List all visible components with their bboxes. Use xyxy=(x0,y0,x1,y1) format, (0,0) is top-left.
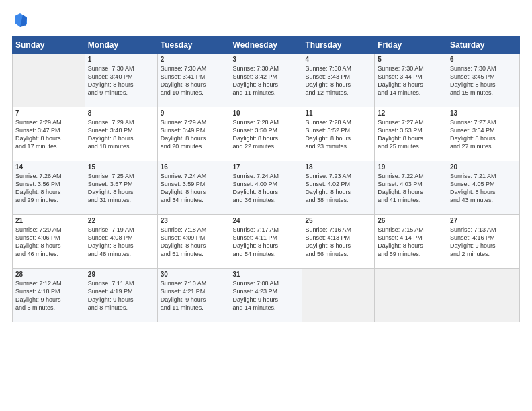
logo-icon xyxy=(13,12,28,27)
day-info: Sunrise: 7:23 AM Sunset: 4:02 PM Dayligh… xyxy=(305,172,371,205)
calendar-cell: 12Sunrise: 7:27 AM Sunset: 3:53 PM Dayli… xyxy=(375,107,447,161)
header-row: SundayMondayTuesdayWednesdayThursdayFrid… xyxy=(13,37,520,54)
calendar-cell xyxy=(302,269,375,322)
day-number: 21 xyxy=(15,217,82,224)
calendar-cell: 21Sunrise: 7:20 AM Sunset: 4:06 PM Dayli… xyxy=(13,215,85,269)
week-row-2: 7Sunrise: 7:29 AM Sunset: 3:47 PM Daylig… xyxy=(13,107,520,161)
calendar-cell: 18Sunrise: 7:23 AM Sunset: 4:02 PM Dayli… xyxy=(302,161,375,215)
calendar-cell: 11Sunrise: 7:28 AM Sunset: 3:52 PM Dayli… xyxy=(302,107,375,161)
day-info: Sunrise: 7:27 AM Sunset: 3:54 PM Dayligh… xyxy=(450,118,517,151)
day-info: Sunrise: 7:24 AM Sunset: 4:00 PM Dayligh… xyxy=(233,172,300,205)
day-info: Sunrise: 7:08 AM Sunset: 4:23 PM Dayligh… xyxy=(233,279,300,312)
day-number: 24 xyxy=(233,217,300,224)
day-number: 8 xyxy=(88,109,154,117)
day-info: Sunrise: 7:29 AM Sunset: 3:47 PM Dayligh… xyxy=(15,118,82,151)
calendar-cell: 16Sunrise: 7:24 AM Sunset: 3:59 PM Dayli… xyxy=(157,161,230,215)
day-number: 7 xyxy=(15,109,82,117)
day-number: 17 xyxy=(233,163,300,171)
day-info: Sunrise: 7:27 AM Sunset: 3:53 PM Dayligh… xyxy=(378,118,444,151)
week-row-5: 28Sunrise: 7:12 AM Sunset: 4:18 PM Dayli… xyxy=(13,269,520,322)
week-row-3: 14Sunrise: 7:26 AM Sunset: 3:56 PM Dayli… xyxy=(13,161,520,215)
week-row-4: 21Sunrise: 7:20 AM Sunset: 4:06 PM Dayli… xyxy=(13,215,520,269)
col-header-saturday: Saturday xyxy=(447,37,520,54)
calendar-cell: 25Sunrise: 7:16 AM Sunset: 4:13 PM Dayli… xyxy=(302,215,375,269)
col-header-monday: Monday xyxy=(85,37,157,54)
day-number: 10 xyxy=(233,109,300,117)
day-info: Sunrise: 7:28 AM Sunset: 3:50 PM Dayligh… xyxy=(233,118,300,151)
calendar-cell: 9Sunrise: 7:29 AM Sunset: 3:49 PM Daylig… xyxy=(157,107,230,161)
day-number: 18 xyxy=(305,163,371,171)
day-number: 6 xyxy=(450,56,517,63)
day-number: 28 xyxy=(15,271,82,278)
calendar-cell xyxy=(375,269,447,322)
day-info: Sunrise: 7:11 AM Sunset: 4:19 PM Dayligh… xyxy=(88,279,154,312)
day-info: Sunrise: 7:24 AM Sunset: 3:59 PM Dayligh… xyxy=(161,172,227,205)
calendar-cell: 15Sunrise: 7:25 AM Sunset: 3:57 PM Dayli… xyxy=(85,161,157,215)
day-number: 30 xyxy=(161,271,227,278)
day-number: 20 xyxy=(450,163,517,171)
day-number: 16 xyxy=(161,163,227,171)
day-info: Sunrise: 7:29 AM Sunset: 3:49 PM Dayligh… xyxy=(161,118,227,151)
calendar-cell: 13Sunrise: 7:27 AM Sunset: 3:54 PM Dayli… xyxy=(447,107,520,161)
calendar-cell: 2Sunrise: 7:30 AM Sunset: 3:41 PM Daylig… xyxy=(157,54,230,107)
day-info: Sunrise: 7:29 AM Sunset: 3:48 PM Dayligh… xyxy=(88,118,154,151)
day-info: Sunrise: 7:15 AM Sunset: 4:14 PM Dayligh… xyxy=(378,226,444,259)
day-info: Sunrise: 7:13 AM Sunset: 4:16 PM Dayligh… xyxy=(450,226,517,259)
calendar-cell: 23Sunrise: 7:18 AM Sunset: 4:09 PM Dayli… xyxy=(157,215,230,269)
col-header-tuesday: Tuesday xyxy=(157,37,230,54)
col-header-thursday: Thursday xyxy=(302,37,375,54)
day-number: 25 xyxy=(305,217,371,224)
calendar-cell xyxy=(447,269,520,322)
calendar-cell: 6Sunrise: 7:30 AM Sunset: 3:45 PM Daylig… xyxy=(447,54,520,107)
day-number: 3 xyxy=(233,56,300,63)
calendar-cell: 8Sunrise: 7:29 AM Sunset: 3:48 PM Daylig… xyxy=(85,107,157,161)
calendar-cell: 22Sunrise: 7:19 AM Sunset: 4:08 PM Dayli… xyxy=(85,215,157,269)
calendar-table: SundayMondayTuesdayWednesdayThursdayFrid… xyxy=(12,36,520,322)
day-number: 22 xyxy=(88,217,154,224)
calendar-cell: 14Sunrise: 7:26 AM Sunset: 3:56 PM Dayli… xyxy=(13,161,85,215)
calendar-cell: 10Sunrise: 7:28 AM Sunset: 3:50 PM Dayli… xyxy=(230,107,302,161)
day-info: Sunrise: 7:26 AM Sunset: 3:56 PM Dayligh… xyxy=(15,172,82,205)
calendar-cell: 31Sunrise: 7:08 AM Sunset: 4:23 PM Dayli… xyxy=(230,269,302,322)
calendar-cell xyxy=(13,54,85,107)
day-number: 26 xyxy=(378,217,444,224)
page: SundayMondayTuesdayWednesdayThursdayFrid… xyxy=(0,0,532,411)
calendar-cell: 17Sunrise: 7:24 AM Sunset: 4:00 PM Dayli… xyxy=(230,161,302,215)
col-header-friday: Friday xyxy=(375,37,447,54)
day-number: 27 xyxy=(450,217,517,224)
day-number: 14 xyxy=(15,163,82,171)
day-number: 29 xyxy=(88,271,154,278)
day-info: Sunrise: 7:28 AM Sunset: 3:52 PM Dayligh… xyxy=(305,118,371,151)
calendar-cell: 4Sunrise: 7:30 AM Sunset: 3:43 PM Daylig… xyxy=(302,54,375,107)
day-number: 15 xyxy=(88,163,154,171)
calendar-cell: 5Sunrise: 7:30 AM Sunset: 3:44 PM Daylig… xyxy=(375,54,447,107)
col-header-sunday: Sunday xyxy=(13,37,85,54)
day-info: Sunrise: 7:30 AM Sunset: 3:41 PM Dayligh… xyxy=(161,64,227,97)
day-info: Sunrise: 7:30 AM Sunset: 3:45 PM Dayligh… xyxy=(450,64,517,97)
day-info: Sunrise: 7:20 AM Sunset: 4:06 PM Dayligh… xyxy=(15,226,82,259)
day-info: Sunrise: 7:25 AM Sunset: 3:57 PM Dayligh… xyxy=(88,172,154,205)
week-row-1: 1Sunrise: 7:30 AM Sunset: 3:40 PM Daylig… xyxy=(13,54,520,107)
day-number: 12 xyxy=(378,109,444,117)
calendar-cell: 20Sunrise: 7:21 AM Sunset: 4:05 PM Dayli… xyxy=(447,161,520,215)
day-info: Sunrise: 7:18 AM Sunset: 4:09 PM Dayligh… xyxy=(161,226,227,259)
calendar-cell: 1Sunrise: 7:30 AM Sunset: 3:40 PM Daylig… xyxy=(85,54,157,107)
calendar-cell: 27Sunrise: 7:13 AM Sunset: 4:16 PM Dayli… xyxy=(447,215,520,269)
col-header-wednesday: Wednesday xyxy=(230,37,302,54)
day-number: 19 xyxy=(378,163,444,171)
calendar-cell: 3Sunrise: 7:30 AM Sunset: 3:42 PM Daylig… xyxy=(230,54,302,107)
day-info: Sunrise: 7:12 AM Sunset: 4:18 PM Dayligh… xyxy=(15,279,82,312)
day-info: Sunrise: 7:22 AM Sunset: 4:03 PM Dayligh… xyxy=(378,172,444,205)
calendar-cell: 26Sunrise: 7:15 AM Sunset: 4:14 PM Dayli… xyxy=(375,215,447,269)
day-info: Sunrise: 7:30 AM Sunset: 3:43 PM Dayligh… xyxy=(305,64,371,97)
day-number: 13 xyxy=(450,109,517,117)
logo xyxy=(12,12,28,30)
day-info: Sunrise: 7:17 AM Sunset: 4:11 PM Dayligh… xyxy=(233,226,300,259)
day-number: 5 xyxy=(378,56,444,63)
day-info: Sunrise: 7:30 AM Sunset: 3:42 PM Dayligh… xyxy=(233,64,300,97)
day-number: 11 xyxy=(305,109,371,117)
day-number: 31 xyxy=(233,271,300,278)
day-info: Sunrise: 7:10 AM Sunset: 4:21 PM Dayligh… xyxy=(161,279,227,312)
calendar-cell: 19Sunrise: 7:22 AM Sunset: 4:03 PM Dayli… xyxy=(375,161,447,215)
day-info: Sunrise: 7:30 AM Sunset: 3:40 PM Dayligh… xyxy=(88,64,154,97)
